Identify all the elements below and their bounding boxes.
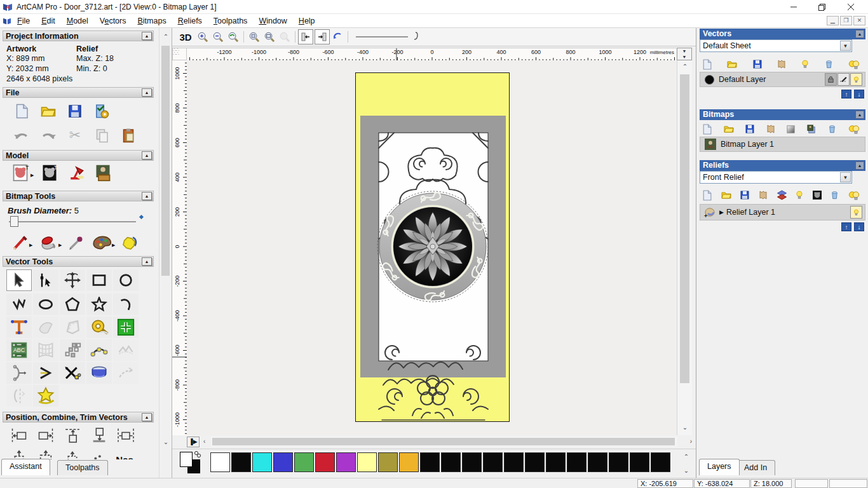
mdi-restore-button[interactable]: ❐: [840, 16, 852, 25]
delete-relief-button[interactable]: [830, 190, 839, 200]
relief-layer-visibility-button[interactable]: [850, 206, 862, 219]
ruler-origin-button[interactable]: ∴∴∴∴: [172, 48, 187, 60]
collapse-button[interactable]: ▲: [142, 257, 152, 266]
layer-colour-swatch[interactable]: [705, 75, 714, 85]
palette-swatch-15[interactable]: [525, 452, 545, 472]
collapse-button[interactable]: ▲: [142, 192, 152, 200]
palette-swatch-9[interactable]: [399, 452, 419, 472]
set-model-size-button[interactable]: T: [8, 162, 33, 184]
palette-swatch-12[interactable]: [462, 452, 482, 472]
create-polyline-tool[interactable]: [6, 294, 32, 315]
palette-swatch-20[interactable]: [630, 452, 649, 472]
all-layers-visible-button[interactable]: [848, 59, 860, 70]
save-vectors-button[interactable]: [752, 59, 763, 69]
all-reliefs-visible-button[interactable]: [848, 190, 860, 201]
palette-scroll-up-icon[interactable]: ⌃: [681, 453, 692, 460]
bitmap-layer-row[interactable]: Bitmap Layer 1: [700, 137, 865, 152]
palette-swatch-13[interactable]: [483, 452, 503, 472]
collapse-button[interactable]: ▲: [142, 413, 152, 421]
merge-reliefs-button[interactable]: [758, 190, 768, 200]
close-button[interactable]: [840, 0, 862, 14]
palette-swatch-1[interactable]: [231, 452, 251, 472]
extend-vectors-tool[interactable]: [113, 362, 139, 384]
drawing-area[interactable]: [187, 60, 676, 435]
move-to-position-tool[interactable]: [60, 449, 85, 459]
texture-flood-fill-button[interactable]: [117, 232, 142, 254]
palette-swatch-2[interactable]: [252, 452, 272, 472]
palette-swatch-21[interactable]: [651, 452, 670, 472]
center-in-page-tool[interactable]: [6, 449, 32, 459]
save-bitmap-button[interactable]: [745, 124, 755, 134]
palette-swatch-0[interactable]: [210, 452, 230, 472]
measure-tool[interactable]: [86, 316, 112, 338]
copy-button[interactable]: [89, 125, 114, 146]
open-bitmap-button[interactable]: [723, 124, 735, 134]
primary-colour-swatch[interactable]: [180, 452, 193, 467]
wrap-text-tool[interactable]: [33, 316, 58, 338]
load-image-button[interactable]: [90, 162, 116, 184]
undo-button[interactable]: [9, 125, 34, 146]
view-3d-button[interactable]: 3D: [176, 29, 195, 44]
pick-colour-button[interactable]: [64, 232, 89, 254]
delete-layer-button[interactable]: [824, 59, 834, 69]
trim-vectors-tool[interactable]: [60, 362, 85, 384]
create-polygon-tool[interactable]: [60, 294, 85, 315]
zoom-to-fit-button[interactable]: [262, 29, 277, 44]
open-model-button[interactable]: [36, 100, 61, 122]
transform-vectors-tool[interactable]: [60, 269, 85, 291]
scroll-down-icon[interactable]: ⌄: [159, 438, 172, 445]
scroll-right-icon[interactable]: ›: [690, 438, 692, 445]
tab-assistant[interactable]: Assistant: [1, 459, 50, 475]
layer-visibility-button[interactable]: [850, 73, 862, 86]
tab-add-in[interactable]: Add In: [736, 460, 775, 475]
move-relief-down-button[interactable]: ↓: [854, 222, 864, 231]
relief-visibility-button[interactable]: [795, 190, 804, 200]
palette-swatch-11[interactable]: [441, 452, 461, 472]
mirror-vectors-tool[interactable]: [6, 385, 32, 407]
tab-layers[interactable]: Layers: [699, 459, 740, 475]
tab-toolpaths[interactable]: Toolpaths: [57, 460, 108, 475]
colour-palette-button[interactable]: [89, 232, 114, 254]
flyout-arrow-icon[interactable]: ▶: [31, 173, 34, 178]
create-rectangle-tool[interactable]: [86, 269, 112, 291]
collapse-button[interactable]: ▲: [855, 161, 864, 170]
palette-scroll-down-icon[interactable]: ⌄: [681, 467, 692, 474]
center-horizontal-tool[interactable]: [113, 424, 139, 446]
create-section-tool[interactable]: [6, 362, 32, 384]
distort-vectors-tool[interactable]: [33, 339, 58, 361]
brush-diameter-slider[interactable]: [9, 221, 136, 222]
menu-window[interactable]: Window: [253, 15, 292, 27]
mdi-minimize-button[interactable]: ▁: [827, 16, 839, 25]
align-left-tool[interactable]: [6, 424, 32, 446]
menu-bitmaps[interactable]: Bitmaps: [132, 15, 172, 27]
flyout-arrow-icon[interactable]: ▶: [112, 243, 115, 248]
canvas-vscrollbar-thumb[interactable]: [680, 74, 689, 383]
cut-button[interactable]: ✂: [62, 125, 88, 146]
palette-swatch-17[interactable]: [567, 452, 587, 472]
relief-layer-row[interactable]: + ▶ Relief Layer 1: [700, 204, 865, 220]
open-relief-button[interactable]: [721, 190, 732, 200]
primary-secondary-colours[interactable]: [180, 452, 205, 476]
redo-button[interactable]: [36, 125, 61, 146]
palette-swatch-6[interactable]: [336, 452, 356, 472]
snap-left-button[interactable]: [298, 29, 313, 44]
save-relief-button[interactable]: [740, 190, 750, 200]
adjust-model-button[interactable]: T: [37, 162, 62, 184]
offset-vectors-tool[interactable]: [60, 316, 85, 338]
collapse-button[interactable]: ▲: [855, 30, 864, 38]
zoom-previous-button[interactable]: [226, 29, 241, 44]
create-arc-tool[interactable]: [113, 294, 139, 315]
menu-model[interactable]: Model: [61, 15, 94, 27]
bitmap-image-button[interactable]: [806, 125, 817, 134]
restore-button[interactable]: [811, 0, 832, 14]
nesting-tool[interactable]: Nes: [109, 449, 140, 459]
canvas-hscrollbar[interactable]: ▐▶ ‹ ›: [187, 437, 692, 447]
block-copy-tool[interactable]: [60, 339, 85, 361]
flyout-arrow-icon[interactable]: ▶: [58, 243, 62, 248]
menu-file[interactable]: File: [11, 15, 36, 27]
create-text-tool[interactable]: [6, 316, 32, 338]
collapse-button[interactable]: ▲: [142, 151, 152, 159]
expand-arrow-icon[interactable]: ▶: [719, 209, 724, 215]
create-ellipse-tool[interactable]: [33, 294, 58, 315]
vector-layer-row[interactable]: Default Layer: [700, 72, 865, 87]
